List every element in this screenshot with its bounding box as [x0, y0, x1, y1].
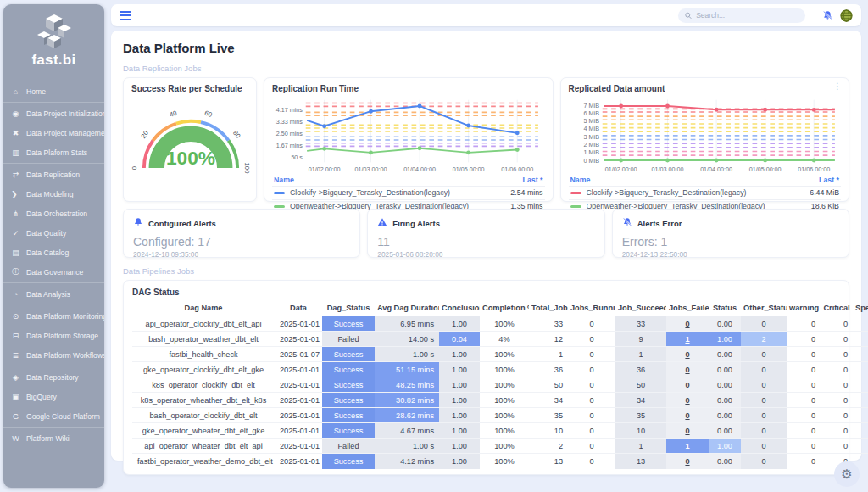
cell-jobs-failed[interactable]: 0	[666, 377, 709, 393]
cell-jobs-running: 0	[568, 423, 615, 439]
bigquery-icon: ▣	[11, 393, 20, 401]
sidebar-item-data-analysis[interactable]: ◔Data Analysis	[3, 284, 104, 304]
svg-text:01/06 00:00: 01/06 00:00	[501, 166, 533, 173]
sidebar-item-data-catalog[interactable]: ▤Data Catalog	[3, 243, 104, 262]
cell-avg-dag-duration: 14.00 s	[375, 332, 439, 347]
sidebar-item-data-plaform-stats[interactable]: ▥Data Plaform Stats	[3, 143, 104, 162]
cell-data: 2025-01-01	[275, 439, 322, 454]
cell-dag-status: Success	[322, 347, 375, 362]
cell-jobs-failed[interactable]: 0	[666, 362, 709, 377]
kebab-menu-icon[interactable]: ⋮	[833, 82, 842, 91]
sidebar-group: ◉Data Project Initialization✖Data Projec…	[3, 102, 104, 163]
cell-jobs-failed[interactable]: 0	[666, 454, 709, 469]
dag-status-table: Dag NameDataDag_StatusAvg Dag DurationCo…	[132, 300, 868, 469]
cell-status: 0.00	[709, 393, 741, 408]
sidebar-item-home[interactable]: ⌂Home	[3, 81, 104, 101]
sidebar-item-label: Data Catalog	[26, 249, 69, 257]
terminal-icon: ❯_	[11, 190, 20, 198]
sidebar-item-data-platform-workflows[interactable]: ≣Data Platform Workflows	[3, 345, 104, 365]
sidebar-item-label: Data Repository	[26, 373, 79, 382]
cell-other-status: 0	[741, 408, 787, 423]
sidebar-item-data-platform-storage[interactable]: ⊟Data Platform Storage	[3, 326, 104, 345]
legend-name-header[interactable]: Name	[570, 176, 591, 184]
cell-other-status: 2	[741, 332, 787, 347]
alert-card-firing-alerts: Firing Alerts112025-01-06 08:20:00	[367, 209, 604, 258]
sidebar-item-data-governance[interactable]: ⓘData Governance	[3, 262, 104, 282]
cell-conclusion: 1.00	[439, 347, 480, 362]
replication-cards-row: Success Rate per Schedule 02040608010010…	[123, 77, 849, 202]
legend-name-header[interactable]: Name	[274, 176, 294, 184]
column-header-other-status: Other_Status	[741, 300, 787, 316]
cell-jobs-failed[interactable]: 0	[666, 316, 709, 332]
alert-card-configured-alerts: Configured AlertsConfigured: 172024-12-1…	[123, 209, 360, 258]
cell-jobs-failed[interactable]: 0	[666, 393, 709, 408]
cell-jobs-failed[interactable]: 0	[666, 408, 709, 423]
legend-last-header[interactable]: Last *	[523, 176, 543, 184]
sidebar-item-data-quality[interactable]: ✓Data Quality	[3, 223, 104, 243]
cell-speed-trend: 0 s	[853, 362, 868, 377]
svg-text:01/04 00:00: 01/04 00:00	[403, 166, 436, 173]
cell-speed-trend: 0 s	[853, 423, 868, 439]
cell-jobs-failed[interactable]: 1	[666, 439, 709, 454]
cell-dag-name: k8s_operator_wheather_dbt_elt_k8s	[132, 393, 275, 408]
cell-total-jobs: 10	[529, 423, 568, 439]
sidebar-item-google-cloud-platform[interactable]: GGoogle Cloud Platform	[3, 406, 104, 426]
sidebar-item-label: Data Quality	[26, 229, 66, 238]
chart-title: Replicated Data amount	[569, 84, 842, 93]
notifications-muted-icon[interactable]	[822, 10, 833, 21]
cell-jobs-running: 0	[568, 454, 615, 469]
legend-row[interactable]: Clockify->Bigquery_Terasky_Destination(l…	[569, 186, 842, 199]
svg-text:20: 20	[140, 129, 151, 140]
sidebar-item-label: Data Modeling	[26, 190, 73, 198]
cell-warning: 0	[787, 362, 821, 377]
cell-status: 0.00	[709, 454, 741, 469]
alert-timestamp: 2024-12-13 22:50:00	[622, 250, 839, 259]
cell-job-succeeded: 10	[615, 423, 666, 439]
legend-row[interactable]: Clockify->Bigquery_Terasky_Destination(l…	[272, 186, 545, 199]
cell-data: 2025-01-01	[275, 332, 322, 347]
cell-dag-name: gke_operator_clockify_dbt_elt_gke	[132, 362, 275, 377]
search-input[interactable]	[696, 11, 798, 20]
main-panel: Data Platform Live Data Replication Jobs…	[111, 31, 861, 461]
sidebar-item-bigquery[interactable]: ▣BigQuery	[3, 387, 104, 406]
search-box[interactable]	[678, 8, 805, 23]
sidebar-item-data-repository[interactable]: ◈Data Repository	[3, 367, 104, 387]
sidebar-item-data-platform-monitoring[interactable]: ⊙Data Platform Monitoring	[3, 306, 104, 326]
cell-jobs-running: 0	[568, 393, 615, 408]
sidebar-item-data-project-initialization[interactable]: ◉Data Project Initialization	[3, 103, 104, 123]
cell-jobs-failed[interactable]: 0	[666, 347, 709, 362]
cell-dag-name: bash_operator_weather_dbt_elt	[132, 332, 275, 347]
sidebar-item-data-replication[interactable]: ⇄Data Replication	[3, 165, 104, 184]
sidebar-item-data-orchestration[interactable]: ⋔Data Orchestration	[3, 204, 104, 223]
cell-jobs-failed[interactable]: 1	[666, 332, 709, 347]
cell-dag-status: Success	[322, 408, 375, 423]
gear-icon: ⚙	[841, 467, 852, 482]
line-chart: 4.17 mins3.33 mins2.50 mins1.67 mins50 s…	[272, 95, 545, 174]
sidebar-item-data-modeling[interactable]: ❯_Data Modeling	[3, 184, 104, 204]
cell-jobs-failed[interactable]: 0	[666, 423, 709, 439]
sidebar-item-data-project-management[interactable]: ✖Data Project Management	[3, 123, 104, 143]
svg-text:1 MiB: 1 MiB	[583, 149, 599, 156]
settings-button[interactable]: ⚙	[834, 461, 860, 487]
cell-other-status: 0	[741, 377, 787, 393]
cell-other-status: 0	[741, 347, 787, 362]
replication-run-time-card: Replication Run Time4.17 mins3.33 mins2.…	[264, 77, 554, 202]
search-icon	[685, 12, 692, 20]
globe-language-icon[interactable]	[840, 9, 853, 22]
legend-last-header[interactable]: Last *	[819, 176, 839, 184]
cell-critical: 0	[821, 362, 853, 377]
cell-warning: 0	[787, 316, 821, 332]
svg-text:50 s: 50 s	[291, 154, 303, 161]
sidebar-item-label: Data Plaform Stats	[26, 148, 87, 157]
cell-status: 0.00	[709, 347, 741, 362]
alert-card-alerts-error: Alerts ErrorErrors: 12024-12-13 22:50:00	[612, 209, 849, 258]
cell-avg-dag-duration: 6.95 mins	[375, 316, 439, 332]
alert-title: Alerts Error	[637, 219, 682, 228]
gauge-card-title: Success Rate per Schedule	[131, 84, 248, 93]
series-last-value: 6.44 MiB	[810, 188, 839, 197]
hamburger-menu-icon[interactable]	[120, 8, 131, 22]
sidebar-item-platform-wiki[interactable]: WPlatform Wiki	[3, 428, 104, 448]
series-last-value: 2.54 mins	[510, 188, 542, 197]
alert-value: Errors: 1	[622, 235, 839, 249]
cell-completion: 100%	[480, 347, 529, 362]
